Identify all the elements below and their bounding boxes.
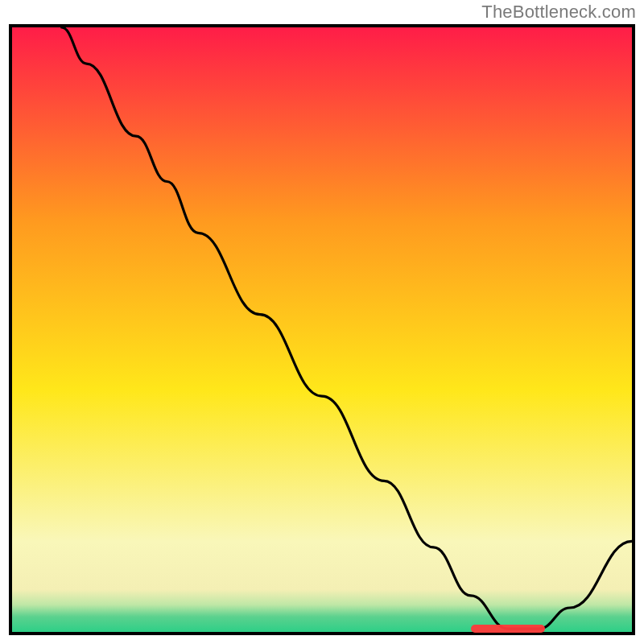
attribution-label: TheBottleneck.com <box>481 2 636 23</box>
chart-stage: TheBottleneck.com <box>0 0 644 644</box>
optimal-marker <box>471 625 545 633</box>
heat-fill <box>12 27 632 632</box>
plot-frame <box>9 24 635 635</box>
plot-svg <box>12 27 632 632</box>
